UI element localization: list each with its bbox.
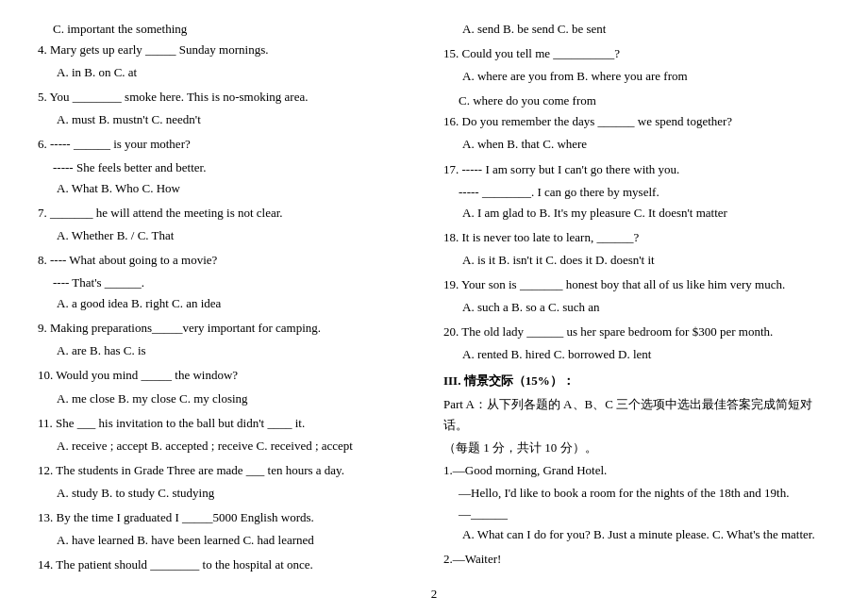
left-column: C. important the something4. Mary gets u… [38, 19, 425, 577]
question-item: 19. Your son is _______ honest boy that … [443, 274, 830, 295]
options-item: A. have learned B. have been learned C. … [57, 530, 425, 551]
options-item: A. such a B. so a C. such an [462, 297, 830, 318]
part-label: Part A：从下列各题的 A、B、C 三个选项中选出最佳答案完成简短对话。 [443, 394, 830, 436]
options-item: A. must B. mustn't C. needn't [57, 109, 425, 130]
indent-item: C. where do you come from [459, 91, 830, 111]
option-item: C. important the something [53, 19, 425, 40]
options-item: A. send B. be send C. be sent [462, 19, 830, 40]
options-item: A. is it B. isn't it C. does it D. doesn… [462, 250, 830, 271]
indent-item: —______ [459, 504, 830, 524]
page-content: C. important the something4. Mary gets u… [38, 19, 830, 577]
options-item: A. receive ; accept B. accepted ; receiv… [57, 436, 425, 456]
options-item: A. What B. Who C. How [57, 178, 425, 199]
indent-item: ----- ________. I can go there by myself… [459, 182, 830, 203]
indent-item: ----- She feels better and better. [53, 157, 425, 178]
indent-item: ---- That's ______. [53, 273, 425, 293]
question-item: 13. By the time I graduated I _____5000 … [38, 507, 425, 528]
options-item: A. are B. has C. is [57, 340, 425, 361]
question-item: 9. Making preparations_____very importan… [38, 318, 425, 339]
part-label: （每题 1 分，共计 10 分）。 [443, 438, 830, 458]
options-item: A. me close B. my close C. my closing [57, 389, 425, 409]
question-item: 12. The students in Grade Three are made… [38, 460, 425, 481]
options-item: A. where are you from B. where you are f… [462, 66, 830, 87]
options-item: A. Whether B. / C. That [57, 225, 425, 246]
section-header: III. 情景交际（15%）： [443, 371, 830, 391]
question-item: 11. She ___ his invitation to the ball b… [38, 413, 425, 434]
options-item: A. What can I do for you? B. Just a minu… [462, 524, 830, 545]
options-item: A. study B. to study C. studying [57, 483, 425, 504]
question-item: 18. It is never too late to learn, _____… [443, 227, 830, 248]
question-item: 15. Could you tell me __________? [443, 43, 830, 64]
question-item: 8. ---- What about going to a movie? [38, 250, 425, 271]
options-item: A. when B. that C. where [462, 134, 830, 155]
question-item: 2.—Waiter! [443, 549, 830, 570]
options-item: A. a good idea B. right C. an idea [57, 293, 425, 314]
question-item: 17. ----- I am sorry but I can't go ther… [443, 159, 830, 180]
question-item: 1.—Good morning, Grand Hotel. [443, 460, 830, 481]
page-number: 2 [38, 587, 830, 602]
question-item: 6. ----- ______ is your mother? [38, 134, 425, 155]
question-item: 7. _______ he will attend the meeting is… [38, 203, 425, 224]
question-item: 20. The old lady ______ us her spare bed… [443, 322, 830, 342]
question-item: 4. Mary gets up early _____ Sunday morni… [38, 40, 425, 60]
right-column: A. send B. be send C. be sent15. Could y… [443, 19, 830, 577]
indent-item: —Hello, I'd like to book a room for the … [459, 483, 830, 504]
question-item: 14. The patient should ________ to the h… [38, 555, 425, 575]
options-item: A. in B. on C. at [57, 62, 425, 83]
question-item: 16. Do you remember the days ______ we s… [443, 111, 830, 132]
question-item: 10. Would you mind _____ the window? [38, 365, 425, 386]
options-item: A. rented B. hired C. borrowed D. lent [462, 344, 830, 365]
options-item: A. I am glad to B. It's my pleasure C. I… [462, 203, 830, 224]
question-item: 5. You ________ smoke here. This is no-s… [38, 87, 425, 108]
